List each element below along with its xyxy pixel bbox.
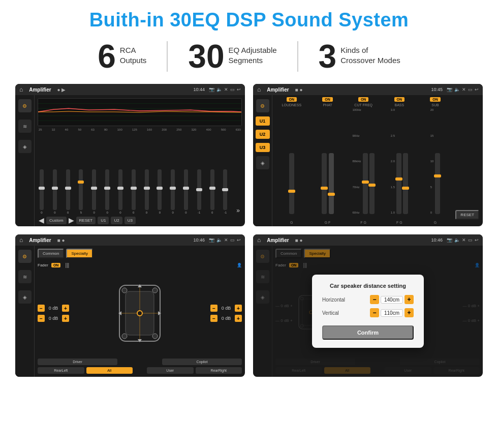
- bass-slider-f[interactable]: [396, 153, 401, 214]
- eq-topbar: ⌂ Amplifier ● ▶ 10:44 📷 🔈 ✕ ▭ ↩: [15, 84, 245, 95]
- eq-track-10[interactable]: [171, 169, 175, 210]
- bass-freq-15: 1.5: [391, 186, 395, 189]
- fader-fl-plus[interactable]: +: [62, 305, 69, 312]
- fader-rl-minus[interactable]: −: [38, 315, 45, 322]
- eq-track-4[interactable]: [92, 169, 96, 210]
- eq-sidebar-icon-1[interactable]: ⚙: [18, 99, 32, 112]
- eq-sidebar-icon-3[interactable]: ◈: [18, 140, 32, 153]
- cutfreq-slider-g[interactable]: [369, 153, 375, 214]
- eq-track-11[interactable]: [184, 169, 188, 210]
- eq-track-2[interactable]: [66, 169, 70, 210]
- eq-slider-8: 0: [145, 169, 149, 214]
- fader-rl-plus[interactable]: +: [62, 315, 69, 322]
- eq-u3-btn[interactable]: U3: [124, 217, 136, 224]
- fader-tab-specialty[interactable]: Specialty: [66, 249, 92, 258]
- eq-preset-custom[interactable]: Custom: [46, 217, 67, 224]
- eq-track-8[interactable]: [145, 169, 149, 210]
- fader-sidebar-icon-3[interactable]: ◈: [18, 290, 32, 304]
- fader-on-badge[interactable]: ON: [51, 263, 61, 267]
- phat-slider-f[interactable]: [329, 153, 334, 214]
- eq-track-1[interactable]: [53, 169, 57, 210]
- loudness-slider-g[interactable]: [289, 153, 294, 214]
- eq-track-6[interactable]: [118, 169, 122, 210]
- eq-track-9[interactable]: [158, 169, 162, 210]
- dialog-home-icon[interactable]: ⌂: [257, 236, 261, 244]
- fader-sidebar-icon-2[interactable]: ≋: [18, 270, 32, 283]
- on-badge-cutfreq[interactable]: ON: [358, 97, 369, 102]
- fader-btn-copilot[interactable]: Copilot: [162, 359, 242, 365]
- eq-u1-btn[interactable]: U1: [98, 217, 109, 224]
- eq-sidebar-icon-2[interactable]: ≋: [18, 120, 32, 133]
- fader-rr-minus[interactable]: −: [210, 315, 217, 322]
- eq-track-12[interactable]: [197, 169, 201, 210]
- dialog-confirm-button[interactable]: Confirm: [322, 325, 414, 340]
- dialog-topbar: ⌂ Amplifier ■ ● 10:46 📷 🔈 ✕ ▭ ↩: [253, 234, 483, 246]
- home-icon[interactable]: ⌂: [19, 86, 23, 93]
- fader-rr-plus[interactable]: +: [235, 315, 242, 322]
- fader-tab-common[interactable]: Common: [38, 249, 64, 258]
- eq-track-13[interactable]: [210, 169, 214, 210]
- eq-sliders: 0 0 0 5: [38, 133, 242, 214]
- eq-arrow[interactable]: »: [236, 207, 240, 214]
- eq-reset-btn[interactable]: RESET: [76, 217, 96, 224]
- eq-track-5[interactable]: [105, 169, 109, 210]
- crossover-u1[interactable]: U1: [256, 116, 270, 126]
- crossover-u2[interactable]: U2: [256, 130, 270, 139]
- eq-next-icon[interactable]: ▶: [69, 216, 74, 224]
- cutfreq-slider-f[interactable]: [363, 153, 368, 214]
- fader-user-icon[interactable]: 👤: [237, 263, 242, 267]
- eq-track-14[interactable]: [223, 169, 227, 210]
- freq-400: 400: [206, 128, 211, 131]
- cutfreq-label: CUT FREQ: [354, 103, 372, 107]
- crossover-sidebar-icon-1[interactable]: ⚙: [256, 99, 269, 112]
- eq-u2-btn[interactable]: U2: [111, 217, 122, 224]
- fader-camera-icon: 📷: [209, 237, 214, 243]
- eq-track-0[interactable]: [40, 169, 44, 210]
- bass-freq-25: 2.5: [391, 134, 395, 137]
- stat-rca-line2: Outputs: [120, 55, 147, 66]
- bass-slider-g[interactable]: [403, 153, 408, 214]
- on-badge-sub[interactable]: ON: [430, 97, 441, 102]
- fader-btn-driver[interactable]: Driver: [38, 359, 117, 365]
- stat-rca: 6 RCA Outputs: [77, 40, 167, 73]
- fader-home-icon[interactable]: ⌂: [19, 236, 23, 244]
- fader-btn-rearleft[interactable]: RearLeft: [38, 367, 84, 374]
- crossover-home-icon[interactable]: ⌂: [257, 86, 261, 93]
- fader-rl-value: 0 dB: [46, 316, 60, 321]
- on-badge-loudness[interactable]: ON: [287, 97, 297, 102]
- svg-point-13: [122, 334, 127, 339]
- freq-label-80: 80kHz: [353, 160, 361, 163]
- freq-label-60: 60Hz: [353, 211, 361, 214]
- eq-slider-13: 0: [210, 169, 214, 214]
- sub-slider[interactable]: [435, 153, 440, 214]
- dialog-horizontal-minus[interactable]: −: [370, 295, 379, 304]
- crossover-volume-icon: 🔈: [454, 87, 460, 92]
- on-badge-bass[interactable]: ON: [394, 97, 405, 102]
- crossover-sidebar-icon-2[interactable]: ◈: [256, 156, 269, 169]
- fader-sidebar-icon-1[interactable]: ⚙: [18, 250, 32, 263]
- fader-btn-all[interactable]: All: [86, 367, 133, 374]
- fader-fl-minus[interactable]: −: [38, 305, 45, 312]
- fader-fr-plus[interactable]: +: [235, 305, 242, 312]
- dialog-overlay: Car speaker distance setting Horizontal …: [253, 246, 483, 377]
- eq-track-7[interactable]: [132, 169, 136, 210]
- phat-slider-g[interactable]: [322, 153, 327, 214]
- dialog-vertical-plus[interactable]: +: [404, 308, 414, 317]
- eq-prev-icon[interactable]: ◀: [39, 216, 44, 224]
- fader-topbar-icons: 📷 🔈 ✕ ▭ ↩: [209, 237, 241, 243]
- dialog-horizontal-plus[interactable]: +: [404, 295, 414, 304]
- dialog-vertical-label: Vertical: [322, 310, 339, 316]
- sub-g: G: [434, 221, 437, 224]
- crossover-close-icon: ✕: [462, 87, 466, 92]
- fader-fr-minus[interactable]: −: [210, 305, 217, 312]
- freq-500: 500: [221, 128, 226, 131]
- crossover-window-icon: ▭: [468, 87, 473, 92]
- fader-btn-user[interactable]: User: [147, 367, 194, 374]
- crossover-reset-btn[interactable]: RESET: [455, 210, 479, 220]
- on-badge-phat[interactable]: ON: [322, 97, 333, 102]
- crossover-u3[interactable]: U3: [256, 143, 270, 152]
- dialog-vertical-minus[interactable]: −: [370, 308, 379, 317]
- fader-slider-h[interactable]: |||: [65, 262, 69, 268]
- fader-btn-rearright[interactable]: RearRight: [196, 367, 242, 374]
- eq-track-3[interactable]: [79, 169, 83, 210]
